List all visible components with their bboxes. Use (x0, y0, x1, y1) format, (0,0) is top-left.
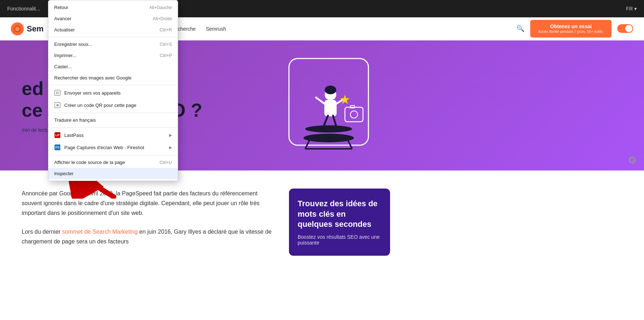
logo[interactable]: Sem (11, 22, 43, 35)
content-section: Annoncée par Google en avril 2010, la Pa… (0, 170, 644, 274)
context-menu-item-inspecter[interactable]: Inspecter (48, 168, 178, 179)
svg-point-10 (325, 86, 336, 94)
context-menu-item-source[interactable]: Afficher le code source de la page Ctrl+… (48, 157, 178, 168)
context-menu: Retour Alt+Gauche Avancer Alt+Droite Act… (48, 0, 178, 181)
fireshot-icon: FS (54, 144, 61, 151)
menu-divider-3 (48, 113, 178, 113)
svg-line-14 (316, 98, 324, 104)
svg-point-2 (15, 27, 20, 31)
svg-point-8 (305, 125, 352, 133)
svg-point-18 (350, 111, 358, 118)
trial-button[interactable]: Obtenez un essai Accès illimité pendant … (530, 20, 611, 38)
context-menu-item-lastpass[interactable]: LP LastPass ▶ (48, 129, 178, 141)
sidebar-card: Trouvez des idées de mots clés en quelqu… (289, 189, 390, 256)
svg-line-13 (333, 116, 336, 125)
nav-fonctionnalites[interactable]: Fonctionnalit... (7, 6, 40, 12)
context-menu-item-qr[interactable]: ⊞ Créer un code QR pour cette page (48, 99, 178, 111)
context-menu-item-fireshot[interactable]: FS Page Captures d'écran Web - Fireshot … (48, 141, 178, 153)
trampoline-illustration (275, 55, 383, 156)
logo-text: Sem (27, 24, 43, 34)
context-menu-item-caster[interactable]: Caster... (48, 61, 178, 72)
context-menu-item-retour[interactable]: Retour Alt+Gauche (48, 2, 178, 13)
context-menu-item-traduire[interactable]: Traduire en français (48, 114, 178, 126)
article-text: Annoncée par Google en avril 2010, la Pa… (22, 189, 275, 256)
lastpass-icon: LP (54, 132, 61, 138)
sidebar-card-title: Trouvez des idées de mots clés en quelqu… (298, 199, 381, 230)
search-button[interactable]: 🔍 (517, 25, 524, 33)
context-menu-item-enregistrer[interactable]: Enregistrer sous... Ctrl+S (48, 39, 178, 50)
context-menu-item-avancer[interactable]: Avancer Alt+Droite (48, 13, 178, 24)
nav-semrush[interactable]: Semrush (206, 26, 226, 32)
paragraph-2: Lors du dernier sommet de Search Marketi… (22, 227, 275, 246)
submenu-arrow-icon: ▶ (169, 133, 172, 138)
context-menu-item-envoyer[interactable]: ⊡ Envoyer vers vos appareils (48, 87, 178, 99)
send-devices-icon: ⊡ (54, 90, 61, 96)
menu-divider-1 (48, 37, 178, 37)
search-marketing-link[interactable]: sommet de Search Marketing (62, 229, 138, 235)
menu-divider-2 (48, 85, 178, 85)
toggle-knob (625, 25, 632, 32)
qr-code-icon: ⊞ (54, 102, 61, 108)
svg-rect-11 (324, 100, 337, 116)
toggle-switch[interactable] (617, 24, 633, 33)
svg-rect-17 (345, 107, 363, 122)
submenu-arrow-icon-2: ▶ (169, 145, 172, 150)
header-right: 🔍 Obtenez un essai Accès illimité pendan… (517, 20, 633, 38)
trial-subtitle: Accès illimité pendant 7 jours. 55+ outi… (538, 30, 604, 34)
context-menu-item-imprimer[interactable]: Imprimer... Ctrl+P (48, 50, 178, 61)
menu-divider-4 (48, 127, 178, 127)
sidebar-card-subtitle: Boostez vos résultats SEO avec une puiss… (298, 234, 381, 246)
context-menu-item-actualiser[interactable]: Actualiser Ctrl+R (48, 24, 178, 35)
paragraph-1: Annoncée par Google en avril 2010, la Pa… (22, 189, 275, 218)
hero-illustration (275, 55, 383, 156)
chevron-down-icon: ▾ (634, 6, 637, 12)
svg-point-4 (303, 134, 354, 142)
menu-divider-5 (48, 155, 178, 155)
semrush-logo-icon (11, 22, 24, 35)
gear-icon[interactable]: ⚙ (628, 154, 637, 166)
language-selector[interactable]: FR ▾ (626, 6, 637, 12)
context-menu-item-rechercher-images[interactable]: Rechercher des images avec Google (48, 72, 178, 83)
